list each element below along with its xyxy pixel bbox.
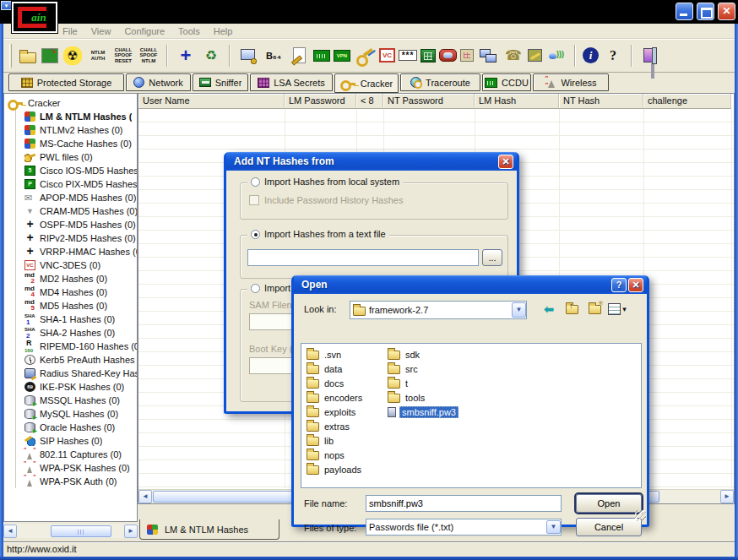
dialog-close-icon[interactable]: ✕: [498, 155, 513, 169]
tree-item[interactable]: WPA-PSK Auth (0): [4, 475, 137, 488]
tree-item[interactable]: Oracle Hashes (0): [4, 421, 137, 434]
column-header[interactable]: NT Hash: [559, 94, 643, 109]
tree-item[interactable]: Kerb5 PreAuth Hashes: [4, 353, 137, 367]
tree-item[interactable]: CRAM-MD5 Hashes (0): [4, 204, 137, 218]
password-boxes-icon[interactable]: ***: [399, 50, 417, 61]
tree-item[interactable]: MD5 Hashes (0): [4, 299, 137, 313]
export-chart-icon[interactable]: [41, 48, 58, 63]
tab-network[interactable]: Network: [126, 73, 191, 91]
file-name-input[interactable]: [366, 495, 562, 512]
vnc-password-decoder-icon[interactable]: [379, 48, 395, 63]
scroll-left-arrow-icon[interactable]: ◄: [138, 490, 152, 503]
tree-item[interactable]: Radius Shared-Key Has: [4, 367, 137, 380]
chall-spoof-reset-icon[interactable]: CHALL SPOOF RESET: [112, 45, 134, 67]
tree-item[interactable]: VNC-3DES (0): [4, 258, 137, 272]
file-list-item[interactable]: smbsniff.pw3: [388, 405, 476, 419]
file-list-item[interactable]: docs: [307, 376, 388, 390]
look-in-combobox[interactable]: framework-2.7 ▼: [350, 301, 527, 319]
tree-item[interactable]: OSPF-MD5 Hashes (0): [4, 218, 137, 231]
column-header[interactable]: challenge: [643, 94, 731, 109]
ntlm-auth-downgrade-icon[interactable]: NTLM AUTH: [87, 45, 109, 67]
scroll-thumb[interactable]: [51, 525, 111, 537]
decoders-icon[interactable]: [62, 45, 84, 67]
resize-grip[interactable]: [635, 510, 646, 521]
file-list-item[interactable]: sdk: [388, 347, 469, 362]
tab-ccdu[interactable]: CCDU: [482, 73, 531, 91]
tree-item[interactable]: PWL files (0): [4, 150, 137, 164]
tree-root[interactable]: Cracker: [4, 96, 137, 110]
menu-item[interactable]: File: [56, 26, 84, 36]
file-list-item[interactable]: src: [388, 362, 469, 376]
wordlist-icon[interactable]: [528, 49, 542, 62]
tree-item[interactable]: RIPEMD-160 Hashes (0: [4, 340, 137, 353]
tree-item[interactable]: Cisco IOS-MD5 Hashes: [4, 164, 137, 177]
certificates-icon[interactable]: [460, 49, 474, 62]
bottom-tab-lm-ntlm-hashes[interactable]: LM & NTLM Hashes: [139, 519, 279, 540]
tree-item[interactable]: SHA-1 Hashes (0): [4, 313, 137, 326]
cisco-type7-decoder-icon[interactable]: [313, 50, 330, 62]
radio-import-sam[interactable]: [251, 284, 260, 293]
file-list-item[interactable]: t: [388, 376, 469, 390]
combo-dropdown-icon[interactable]: ▼: [512, 302, 526, 318]
dialog-help-icon[interactable]: ?: [611, 278, 627, 292]
tree-item[interactable]: RIPv2-MD5 Hashes (0): [4, 231, 137, 245]
file-list-item[interactable]: encoders: [307, 390, 388, 405]
file-list-item[interactable]: nops: [307, 448, 388, 462]
close-button[interactable]: [718, 3, 735, 20]
titlebar-chevron-button[interactable]: ▾: [1, 1, 12, 10]
menu-item[interactable]: Help: [207, 26, 240, 36]
scroll-right-arrow-icon[interactable]: ►: [720, 490, 734, 503]
file-list-item[interactable]: lib: [307, 433, 388, 448]
network-browser-icon[interactable]: [477, 45, 499, 67]
base64-password-decoder-icon[interactable]: B₆₄: [263, 45, 285, 67]
dialog-close-icon[interactable]: ✕: [628, 278, 643, 292]
tree-item[interactable]: NTLMv2 Hashes (0): [4, 123, 137, 137]
tree-item[interactable]: SIP Hashes (0): [4, 434, 137, 448]
remove-icon[interactable]: ♻: [200, 45, 222, 67]
column-header[interactable]: User Name: [138, 94, 285, 109]
open-button[interactable]: Open: [576, 494, 642, 513]
menu-item[interactable]: View: [84, 26, 118, 36]
tree-item[interactable]: APOP-MD5 Hashes (0): [4, 191, 137, 204]
up-one-level-icon[interactable]: [562, 301, 581, 318]
files-of-type-combobox[interactable]: Passwords file (*.txt) ▼: [366, 519, 562, 536]
tree-item[interactable]: MS-Cache Hashes (0): [4, 137, 137, 150]
view-menu-icon[interactable]: [608, 301, 627, 318]
tree-item[interactable]: WPA-PSK Hashes (0): [4, 461, 137, 475]
tab-traceroute[interactable]: Traceroute: [400, 73, 480, 91]
file-list-item[interactable]: data: [307, 362, 388, 376]
column-header[interactable]: LM Hash: [475, 94, 559, 109]
tab-sniffer[interactable]: Sniffer: [193, 73, 248, 91]
tree-item[interactable]: MD2 Hashes (0): [4, 272, 137, 285]
radio-import-local[interactable]: [251, 177, 260, 187]
calculator-icon[interactable]: [421, 49, 436, 63]
scroll-right-arrow-icon[interactable]: ►: [124, 525, 138, 538]
column-header[interactable]: NT Password: [383, 94, 475, 109]
add-to-list-icon[interactable]: +: [175, 45, 197, 67]
back-icon[interactable]: [540, 301, 558, 318]
new-folder-icon[interactable]: [585, 301, 604, 318]
spoofing-options-icon[interactable]: [237, 45, 259, 67]
file-list-item[interactable]: .svn: [307, 347, 388, 362]
cancel-button[interactable]: Cancel: [576, 518, 642, 536]
minimize-button[interactable]: [676, 3, 693, 20]
tree-horizontal-scrollbar[interactable]: ◄ ►: [3, 524, 138, 538]
file-list-item[interactable]: extras: [307, 419, 388, 433]
file-list-item[interactable]: exploits: [307, 405, 388, 419]
column-header[interactable]: < 8: [356, 94, 383, 109]
tree-item[interactable]: Cisco PIX-MD5 Hashes: [4, 177, 137, 191]
tree-item[interactable]: VRRP-HMAC Hashes (0: [4, 245, 137, 258]
tree-item[interactable]: IKE-PSK Hashes (0): [4, 380, 137, 394]
syskey-decoder-icon[interactable]: [354, 45, 376, 67]
textfile-path-input[interactable]: [247, 249, 479, 266]
tab-cracker[interactable]: Cracker: [334, 73, 399, 93]
tree-item[interactable]: MSSQL Hashes (0): [4, 394, 137, 407]
browse-button[interactable]: ...: [482, 249, 502, 266]
tab-lsa-secrets[interactable]: LSA Secrets: [250, 73, 333, 91]
tab-protected-storage[interactable]: Protected Storage: [8, 73, 124, 91]
tree-item[interactable]: 802.11 Captures (0): [4, 448, 137, 461]
menu-item[interactable]: Configure: [117, 26, 171, 36]
exit-icon[interactable]: [639, 45, 661, 67]
tree-item[interactable]: LM & NTLM Hashes (: [4, 110, 137, 123]
tree-item[interactable]: MySQL Hashes (0): [4, 407, 137, 421]
